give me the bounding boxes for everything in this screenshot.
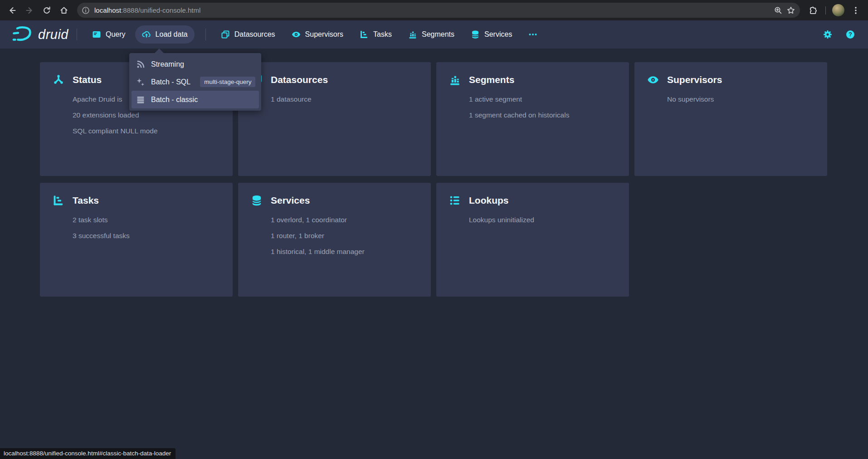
profile-avatar[interactable] (832, 4, 844, 16)
back-icon (8, 6, 17, 15)
nav-item-query[interactable]: Query (85, 25, 132, 44)
nav-item-label: Query (106, 30, 126, 39)
link-preview-statusbar: localhost:8888/unified-console.html#clas… (0, 448, 176, 459)
browser-toolbar: localhost:8888/unified-console.html (0, 0, 868, 20)
nav-item-load-data[interactable]: Load data (135, 25, 195, 44)
menu-item-batch-sql[interactable]: Batch - SQL multi-stage-query (132, 73, 259, 91)
lookups-card: Lookups Lookups uninitialized (436, 183, 629, 297)
nav-item-label: Supervisors (305, 30, 343, 39)
eye-icon (647, 74, 659, 86)
services-line: 1 historical, 1 middle manager (271, 244, 418, 259)
puzzle-icon (809, 6, 818, 15)
info-icon (81, 6, 90, 15)
database-icon (251, 195, 263, 206)
popover-caret (155, 49, 164, 53)
more-icon (528, 30, 537, 39)
services-card-title[interactable]: Services (271, 195, 310, 206)
feed-icon (136, 60, 145, 69)
services-card: Services 1 overlord, 1 coordinator 1 rou… (238, 183, 431, 297)
svg-text:?: ? (848, 31, 852, 38)
tasks-line: 3 successful tasks (73, 228, 220, 244)
sparkles-icon (136, 78, 145, 87)
segments-line: 1 segment cached on historicals (469, 107, 616, 123)
back-button[interactable] (5, 3, 20, 18)
zoom-button[interactable] (772, 4, 785, 17)
load-data-menu: Streaming Batch - SQL multi-stage-query … (129, 53, 261, 111)
properties-icon (449, 195, 461, 206)
gantt-icon (53, 195, 64, 206)
site-info-button[interactable] (79, 4, 92, 17)
url-host: localhost (94, 6, 121, 14)
nav-item-label: Tasks (373, 30, 392, 39)
help-icon: ? (846, 30, 855, 39)
cloud-upload-icon (142, 30, 151, 39)
nav-item-supervisors[interactable]: Supervisors (285, 25, 350, 44)
tasks-line: 2 task slots (73, 212, 220, 228)
nav-divider (77, 29, 77, 40)
star-icon (786, 6, 795, 15)
nav-more-button[interactable] (522, 25, 544, 44)
supervisors-card: Supervisors No supervisors (634, 62, 827, 176)
home-button[interactable] (56, 3, 72, 18)
services-line: 1 overlord, 1 coordinator (271, 212, 418, 228)
nav-item-label: Services (484, 30, 512, 39)
settings-button[interactable] (822, 29, 834, 40)
menu-item-label: Batch - classic (151, 96, 198, 104)
reload-icon (42, 6, 51, 15)
nav-item-label: Datasources (234, 30, 275, 39)
gantt-icon (360, 30, 369, 39)
eye-icon (292, 30, 301, 39)
nav-item-services[interactable]: Services (464, 25, 519, 44)
reload-button[interactable] (39, 3, 54, 18)
forward-icon (25, 6, 34, 15)
segments-line: 1 active segment (469, 91, 616, 107)
menu-item-batch-classic[interactable]: Batch - classic (132, 91, 259, 108)
browser-menu-button[interactable] (848, 3, 863, 18)
tasks-card-title[interactable]: Tasks (73, 195, 99, 206)
menu-item-label: Streaming (151, 60, 184, 68)
kebab-menu-icon (851, 6, 860, 15)
url-bar[interactable]: localhost:8888/unified-console.html (77, 3, 800, 18)
brand-wordmark: druid (38, 27, 68, 42)
tasks-card: Tasks 2 task slots 3 successful tasks (40, 183, 233, 297)
gear-icon (823, 30, 832, 39)
stack-icon (221, 30, 230, 39)
cluster-icon (53, 74, 64, 86)
lookups-line: Lookups uninitialized (469, 212, 616, 228)
nav-item-datasources[interactable]: Datasources (214, 25, 282, 44)
menu-item-streaming[interactable]: Streaming (132, 55, 259, 73)
zoom-icon (774, 6, 783, 15)
bar-chart-icon (408, 30, 417, 39)
segments-card: Segments 1 active segment 1 segment cach… (436, 62, 629, 176)
nav-item-label: Segments (422, 30, 454, 39)
extensions-button[interactable] (805, 3, 821, 18)
supervisors-line: No supervisors (667, 91, 814, 107)
nav-item-label: Load data (156, 30, 188, 39)
list-icon (136, 95, 145, 104)
nav-divider (205, 29, 206, 40)
msq-badge: multi-stage-query (200, 77, 255, 87)
url-text: localhost:8888/unified-console.html (94, 6, 200, 14)
query-icon (92, 30, 101, 39)
druid-brand[interactable]: druid (12, 25, 68, 44)
nav-item-tasks[interactable]: Tasks (353, 25, 399, 44)
druid-navbar: druid Query Load data Datasources Superv… (0, 20, 868, 49)
services-line: 1 router, 1 broker (271, 228, 418, 244)
datasources-card: Datasources 1 datasource (238, 62, 431, 176)
url-path: :8888/unified-console.html (121, 6, 200, 14)
datasources-line: 1 datasource (271, 91, 418, 107)
lookups-card-title[interactable]: Lookups (469, 195, 509, 206)
database-icon (471, 30, 480, 39)
home-icon (59, 6, 68, 15)
druid-logo-icon (12, 25, 34, 44)
supervisors-card-title[interactable]: Supervisors (667, 74, 722, 85)
segments-card-title[interactable]: Segments (469, 74, 514, 85)
toolbar-divider (825, 6, 826, 15)
forward-button[interactable] (22, 3, 37, 18)
status-line: SQL compliant NULL mode (73, 123, 220, 139)
nav-item-segments[interactable]: Segments (401, 25, 461, 44)
status-card-title[interactable]: Status (73, 74, 102, 85)
bookmark-button[interactable] (785, 4, 797, 17)
help-button[interactable]: ? (844, 29, 856, 40)
datasources-card-title[interactable]: Datasources (271, 74, 328, 85)
